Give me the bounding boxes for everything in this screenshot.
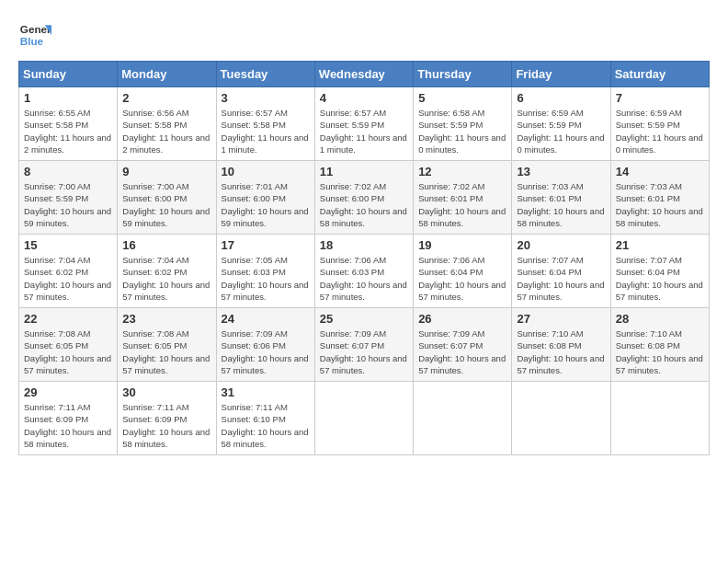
calendar-cell: 1 Sunrise: 6:55 AM Sunset: 5:58 PM Dayli… — [19, 87, 118, 161]
sunset-label: Sunset: 6:04 PM — [517, 267, 581, 277]
calendar-cell: 14 Sunrise: 7:03 AM Sunset: 6:01 PM Dayl… — [610, 161, 709, 235]
weekday-header: Tuesday — [216, 62, 314, 87]
day-number: 5 — [418, 91, 506, 105]
sunrise-label: Sunrise: 7:04 AM — [24, 255, 90, 265]
weekday-header: Saturday — [610, 62, 709, 87]
day-number: 25 — [320, 312, 408, 326]
logo-icon: General Blue — [18, 18, 51, 52]
sunset-label: Sunset: 5:59 PM — [517, 120, 581, 130]
sunset-label: Sunset: 6:08 PM — [616, 340, 680, 350]
sunset-label: Sunset: 6:02 PM — [24, 267, 88, 277]
weekday-header: Sunday — [19, 62, 118, 87]
day-number: 13 — [517, 165, 605, 178]
sunset-label: Sunset: 6:07 PM — [320, 340, 384, 350]
day-info: Sunrise: 7:03 AM Sunset: 6:01 PM Dayligh… — [616, 180, 704, 229]
calendar-cell — [610, 382, 709, 455]
calendar-week: 22 Sunrise: 7:08 AM Sunset: 6:05 PM Dayl… — [19, 308, 710, 382]
daylight-label: Daylight: 10 hours and 57 minutes. — [320, 280, 407, 302]
sunset-label: Sunset: 6:04 PM — [616, 267, 680, 277]
sunrise-label: Sunrise: 7:00 AM — [122, 181, 188, 191]
daylight-label: Daylight: 11 hours and 1 minute. — [222, 132, 309, 155]
day-number: 4 — [320, 91, 408, 105]
calendar-cell: 15 Sunrise: 7:04 AM Sunset: 6:02 PM Dayl… — [19, 235, 118, 308]
sunrise-label: Sunrise: 7:00 AM — [24, 181, 90, 191]
sunrise-label: Sunrise: 7:02 AM — [320, 181, 386, 191]
daylight-label: Daylight: 10 hours and 58 minutes. — [517, 206, 604, 228]
sunrise-label: Sunrise: 7:01 AM — [222, 181, 288, 191]
sunset-label: Sunset: 6:00 PM — [122, 193, 187, 203]
calendar-header: SundayMondayTuesdayWednesdayThursdayFrid… — [19, 62, 710, 87]
day-info: Sunrise: 6:55 AM Sunset: 5:58 PM Dayligh… — [24, 107, 112, 155]
calendar-cell: 18 Sunrise: 7:06 AM Sunset: 6:03 PM Dayl… — [314, 235, 413, 308]
day-number: 7 — [616, 91, 704, 105]
sunset-label: Sunset: 5:59 PM — [320, 120, 384, 130]
daylight-label: Daylight: 10 hours and 59 minutes. — [24, 206, 111, 228]
daylight-label: Daylight: 10 hours and 58 minutes. — [616, 206, 703, 228]
day-info: Sunrise: 6:59 AM Sunset: 5:59 PM Dayligh… — [517, 107, 605, 155]
sunset-label: Sunset: 6:01 PM — [418, 193, 483, 203]
weekday-header: Thursday — [414, 62, 512, 87]
daylight-label: Daylight: 10 hours and 57 minutes. — [517, 353, 604, 375]
sunrise-label: Sunrise: 7:03 AM — [517, 181, 583, 191]
day-info: Sunrise: 7:01 AM Sunset: 6:00 PM Dayligh… — [222, 180, 310, 229]
daylight-label: Daylight: 10 hours and 57 minutes. — [517, 280, 604, 302]
sunrise-label: Sunrise: 7:05 AM — [222, 255, 288, 265]
daylight-label: Daylight: 11 hours and 0 minutes. — [616, 132, 703, 155]
calendar-cell: 23 Sunrise: 7:08 AM Sunset: 6:05 PM Dayl… — [118, 308, 216, 382]
calendar-cell — [512, 382, 610, 455]
sunrise-label: Sunrise: 6:59 AM — [616, 108, 682, 118]
day-info: Sunrise: 6:58 AM Sunset: 5:59 PM Dayligh… — [418, 107, 506, 155]
day-info: Sunrise: 7:02 AM Sunset: 6:00 PM Dayligh… — [320, 180, 408, 229]
day-info: Sunrise: 7:00 AM Sunset: 6:00 PM Dayligh… — [122, 180, 210, 229]
day-info: Sunrise: 7:02 AM Sunset: 6:01 PM Dayligh… — [418, 180, 506, 229]
calendar-cell: 21 Sunrise: 7:07 AM Sunset: 6:04 PM Dayl… — [610, 235, 709, 308]
calendar-cell: 5 Sunrise: 6:58 AM Sunset: 5:59 PM Dayli… — [414, 87, 512, 161]
sunrise-label: Sunrise: 7:11 AM — [24, 402, 90, 412]
sunrise-label: Sunrise: 6:59 AM — [517, 108, 583, 118]
calendar-cell: 16 Sunrise: 7:04 AM Sunset: 6:02 PM Dayl… — [118, 235, 216, 308]
calendar-cell: 25 Sunrise: 7:09 AM Sunset: 6:07 PM Dayl… — [314, 308, 413, 382]
sunrise-label: Sunrise: 7:02 AM — [418, 181, 484, 191]
sunset-label: Sunset: 6:08 PM — [517, 340, 581, 350]
weekday-header: Wednesday — [314, 62, 413, 87]
day-number: 27 — [517, 312, 605, 326]
sunset-label: Sunset: 6:09 PM — [24, 414, 88, 424]
sunrise-label: Sunrise: 6:56 AM — [122, 108, 188, 118]
day-info: Sunrise: 7:10 AM Sunset: 6:08 PM Dayligh… — [517, 327, 605, 376]
day-number: 2 — [122, 91, 210, 105]
calendar-cell: 11 Sunrise: 7:02 AM Sunset: 6:00 PM Dayl… — [314, 161, 413, 235]
sunrise-label: Sunrise: 7:06 AM — [320, 255, 386, 265]
day-number: 24 — [222, 312, 310, 326]
calendar-cell: 19 Sunrise: 7:06 AM Sunset: 6:04 PM Dayl… — [414, 235, 512, 308]
sunset-label: Sunset: 5:59 PM — [616, 120, 680, 130]
sunset-label: Sunset: 6:03 PM — [222, 267, 286, 277]
daylight-label: Daylight: 11 hours and 2 minutes. — [24, 132, 111, 155]
daylight-label: Daylight: 10 hours and 58 minutes. — [222, 427, 309, 449]
sunrise-label: Sunrise: 7:03 AM — [616, 181, 682, 191]
daylight-label: Daylight: 10 hours and 59 minutes. — [122, 206, 210, 228]
calendar-cell: 12 Sunrise: 7:02 AM Sunset: 6:01 PM Dayl… — [414, 161, 512, 235]
calendar-cell: 6 Sunrise: 6:59 AM Sunset: 5:59 PM Dayli… — [512, 87, 610, 161]
daylight-label: Daylight: 10 hours and 59 minutes. — [222, 206, 309, 228]
calendar-cell: 20 Sunrise: 7:07 AM Sunset: 6:04 PM Dayl… — [512, 235, 610, 308]
calendar-week: 15 Sunrise: 7:04 AM Sunset: 6:02 PM Dayl… — [19, 235, 710, 308]
daylight-label: Daylight: 10 hours and 57 minutes. — [222, 280, 309, 302]
daylight-label: Daylight: 10 hours and 57 minutes. — [222, 353, 309, 375]
calendar-cell: 30 Sunrise: 7:11 AM Sunset: 6:09 PM Dayl… — [118, 382, 216, 455]
calendar-cell: 31 Sunrise: 7:11 AM Sunset: 6:10 PM Dayl… — [216, 382, 314, 455]
day-number: 10 — [222, 165, 310, 178]
calendar-cell: 17 Sunrise: 7:05 AM Sunset: 6:03 PM Dayl… — [216, 235, 314, 308]
day-info: Sunrise: 7:08 AM Sunset: 6:05 PM Dayligh… — [122, 327, 210, 376]
page-header: General Blue — [18, 18, 710, 52]
sunrise-label: Sunrise: 7:10 AM — [616, 328, 682, 339]
sunrise-label: Sunrise: 7:09 AM — [222, 328, 288, 339]
calendar-cell: 26 Sunrise: 7:09 AM Sunset: 6:07 PM Dayl… — [414, 308, 512, 382]
day-info: Sunrise: 7:09 AM Sunset: 6:07 PM Dayligh… — [418, 327, 506, 376]
calendar-week: 8 Sunrise: 7:00 AM Sunset: 5:59 PM Dayli… — [19, 161, 710, 235]
day-info: Sunrise: 7:10 AM Sunset: 6:08 PM Dayligh… — [616, 327, 704, 376]
calendar-week: 1 Sunrise: 6:55 AM Sunset: 5:58 PM Dayli… — [19, 87, 710, 161]
day-number: 12 — [418, 165, 506, 178]
calendar-cell: 29 Sunrise: 7:11 AM Sunset: 6:09 PM Dayl… — [19, 382, 118, 455]
sunset-label: Sunset: 6:05 PM — [122, 340, 187, 350]
day-number: 11 — [320, 165, 408, 178]
